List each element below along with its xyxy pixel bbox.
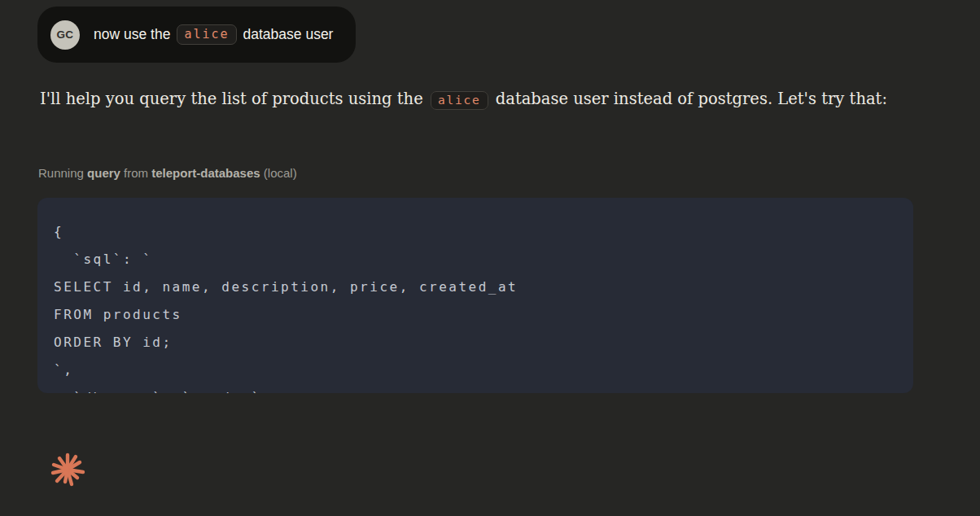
code-line: SELECT id, name, description, price, cre… bbox=[54, 273, 895, 301]
tool-call-name: query bbox=[87, 166, 120, 180]
assistant-text-before: I'll help you query the list of products… bbox=[40, 90, 423, 108]
tool-input-code-block[interactable]: { `sql`: ` SELECT id, name, description,… bbox=[37, 198, 913, 393]
code-line: `, bbox=[54, 356, 895, 384]
tool-call-header[interactable]: Running query from teleport-databases (l… bbox=[38, 166, 297, 180]
code-line: `db_name`: `pg_dev` bbox=[54, 384, 895, 393]
inline-code-chip: alice bbox=[177, 24, 236, 45]
assistant-text-after: database user instead of postgres. Let's… bbox=[496, 90, 887, 108]
user-message-text-after: database user bbox=[243, 26, 334, 43]
tool-call-scope: (local) bbox=[264, 166, 297, 180]
tool-call-server: teleport-databases bbox=[151, 166, 260, 180]
avatar: GC bbox=[50, 20, 80, 50]
user-message-text-before: now use the bbox=[94, 26, 170, 43]
code-line: `sql`: ` bbox=[54, 246, 895, 273]
tool-call-connector: from bbox=[124, 166, 148, 180]
code-line: FROM products bbox=[54, 301, 895, 329]
code-line: ORDER BY id; bbox=[54, 329, 895, 356]
user-message-bubble: GC now use the alice database user bbox=[37, 7, 356, 63]
chat-conversation: GC now use the alice database user I'll … bbox=[0, 0, 980, 516]
inline-code-chip: alice bbox=[431, 91, 488, 110]
code-line: { bbox=[54, 218, 895, 246]
assistant-message-text: I'll help you query the list of products… bbox=[40, 83, 903, 116]
claude-spark-icon bbox=[46, 448, 89, 491]
tool-call-prefix: Running bbox=[38, 166, 84, 180]
user-message-text: now use the alice database user bbox=[94, 24, 333, 45]
